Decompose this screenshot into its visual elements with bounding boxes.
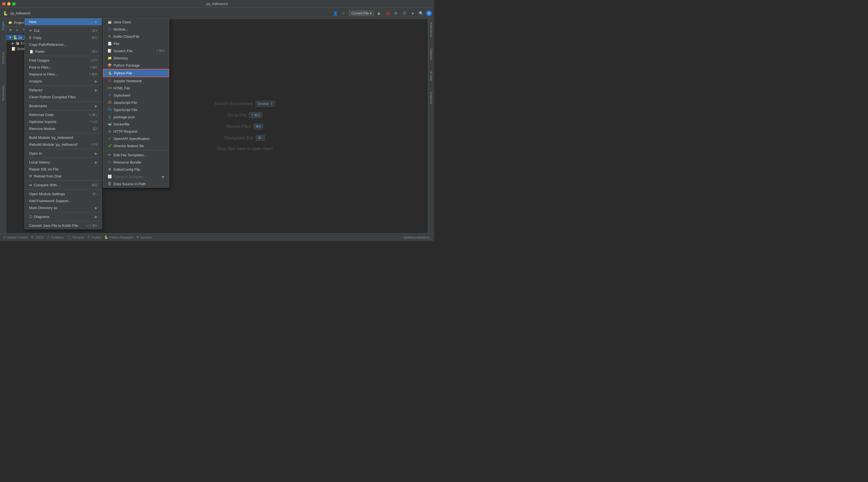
services-item[interactable]: ⚙ Services [136, 236, 152, 239]
ext-libs-icon: 📚 [16, 41, 20, 45]
dropdown-arrow[interactable]: ▾ [26, 21, 28, 24]
debug-icon[interactable]: 🐞 [384, 10, 391, 17]
structure-tab[interactable]: Structure [0, 50, 6, 66]
run-icon[interactable]: ▶ [376, 10, 382, 17]
window-title: py_helloword [207, 2, 228, 6]
window-controls[interactable] [2, 2, 16, 5]
tree-item-external-libs[interactable]: ▶ 📚 External Libraries [6, 40, 61, 46]
toolbar-left: 🐍 py_helloword [2, 10, 30, 17]
terminal-label: Terminal [72, 236, 84, 239]
python-packages-item[interactable]: 🐍 Python Packages [104, 236, 133, 239]
profiler-icon: ⏱ [87, 236, 90, 239]
navigation-bar-hint: Navigation Bar ⌘↑ [224, 135, 265, 141]
collapse-all-icon[interactable]: ≡ [14, 27, 20, 33]
close-button[interactable] [2, 2, 5, 5]
endpoints-tab[interactable]: Endpoints [429, 90, 433, 106]
coverage-icon[interactable]: ⟳ [393, 10, 399, 17]
content-area: Search Everywhere Double ⇧ Go to File ⇧⌘… [62, 19, 428, 233]
account-icon[interactable]: 👤 [332, 10, 338, 17]
problems-item[interactable]: ⚠ Problems [47, 236, 64, 239]
expand-icon[interactable]: ⇅ [21, 27, 27, 33]
toolbar: 🐍 py_helloword 👤 ✓ Current File ▾ ▶ 🐞 ⟳ … [0, 8, 434, 19]
go-to-file-key: ⇧⌘O [249, 112, 262, 118]
search-everywhere-hint: Search Everywhere Double ⇧ [215, 101, 275, 107]
search-icon[interactable]: 🔍 [418, 10, 424, 17]
database-tab[interactable]: Database [429, 46, 433, 62]
problems-icon: ⚠ [47, 236, 50, 239]
profile-icon[interactable]: ⏱ [401, 10, 407, 17]
tree-item-root[interactable]: ▼ 🐍 py_helloword ~/Do... [6, 34, 61, 40]
recent-files-hint: Recent Files ⌘E [226, 124, 264, 129]
profiler-item[interactable]: ⏱ Profiler [87, 236, 101, 239]
project-tab[interactable]: Project [0, 19, 6, 33]
user-avatar[interactable]: A [426, 10, 432, 16]
current-file-label: Current File [351, 11, 369, 15]
aiview-tab[interactable]: AI View [429, 69, 433, 83]
services-icon: ⚙ [136, 236, 139, 239]
python-packages-label: Python Packages [109, 236, 133, 239]
statusbar: ⎇ Version Control ☰ TODO ⚠ Problems ⬛ Te… [0, 233, 434, 241]
scratches-name: Scratches and Cons... [17, 47, 50, 51]
recent-files-key: ⌘E [253, 124, 264, 129]
right-strip: Notifications Database AI View Endpoints [428, 19, 434, 233]
scratches-icon: 📝 [12, 47, 16, 51]
maximize-button[interactable] [12, 2, 16, 5]
left-strip: Project Structure Bookmarks [0, 19, 6, 233]
scroll-to-file-icon[interactable]: ⊕ [7, 27, 13, 33]
minimize-button[interactable] [7, 2, 10, 5]
go-to-file-hint: Go to File ⇧⌘O [227, 112, 262, 118]
navigation-bar-label: Navigation Bar [224, 135, 254, 141]
more-run-icon[interactable]: ▾ [410, 10, 416, 17]
git-icon: ⎇ [2, 236, 6, 239]
terminal-icon: ⬛ [67, 236, 71, 239]
current-file-button[interactable]: Current File ▾ [349, 10, 374, 16]
services-label: Services [140, 236, 152, 239]
drop-files-hint: Drop files here to open them [217, 146, 273, 151]
chevron-down-icon: ▾ [370, 11, 372, 15]
navigation-bar-key: ⌘↑ [256, 135, 265, 141]
project-tree: ▼ 🐍 py_helloword ~/Do... ▶ 📚 External Li… [6, 33, 61, 233]
statusbar-right: Updating skeletons... [403, 236, 432, 239]
ext-libs-name: External Libraries [21, 41, 46, 45]
hide-icon[interactable]: — [34, 27, 40, 33]
statusbar-left: ⎇ Version Control ☰ TODO ⚠ Problems ⬛ Te… [2, 236, 152, 239]
vcs-icon[interactable]: ✓ [340, 10, 347, 17]
main-layout: Project Structure Bookmarks 📁 Project ▾ … [0, 19, 434, 233]
folder-icon: ▼ [8, 35, 12, 39]
recent-files-label: Recent Files [226, 124, 251, 129]
titlebar: py_helloword [0, 0, 434, 8]
version-control-label: Version Control [7, 236, 28, 239]
settings-icon[interactable]: ⚙ [27, 27, 33, 33]
notifications-tab[interactable]: Notifications [429, 20, 433, 39]
project-panel-title: Project [14, 21, 24, 25]
project-panel-header: 📁 Project ▾ [6, 19, 61, 27]
todo-icon: ☰ [31, 236, 34, 239]
tree-item-scratches[interactable]: 📝 Scratches and Cons... [6, 46, 61, 52]
expand-icon: ▶ [12, 41, 14, 45]
drop-files-label: Drop files here to open them [217, 146, 273, 151]
todo-item[interactable]: ☰ TODO [31, 236, 44, 239]
search-everywhere-label: Search Everywhere [215, 101, 253, 106]
toolbar-right: 👤 ✓ Current File ▾ ▶ 🐞 ⟳ ⏱ ▾ 🔍 A [332, 10, 432, 17]
project-panel: 📁 Project ▾ ⊕ ≡ ⇅ ⚙ — ▼ 🐍 py_helloword ~… [6, 19, 62, 233]
problems-label: Problems [51, 236, 64, 239]
project-name: py_helloword [10, 11, 30, 15]
python-packages-icon: 🐍 [104, 236, 108, 239]
root-name: py_helloword ~/Do... [19, 35, 49, 39]
todo-label: TODO [35, 236, 44, 239]
root-folder-icon: 🐍 [13, 35, 18, 39]
go-to-file-label: Go to File [227, 113, 246, 118]
update-status: Updating skeletons... [403, 236, 432, 239]
bookmarks-tab[interactable]: Bookmarks [0, 83, 6, 103]
terminal-item[interactable]: ⬛ Terminal [67, 236, 84, 239]
profiler-label: Profiler [91, 236, 101, 239]
project-icon[interactable]: 🐍 [2, 10, 8, 17]
version-control-item[interactable]: ⎇ Version Control [2, 236, 28, 239]
project-panel-toolbar: ⊕ ≡ ⇅ ⚙ — [6, 27, 61, 33]
search-everywhere-key: Double ⇧ [255, 101, 275, 107]
